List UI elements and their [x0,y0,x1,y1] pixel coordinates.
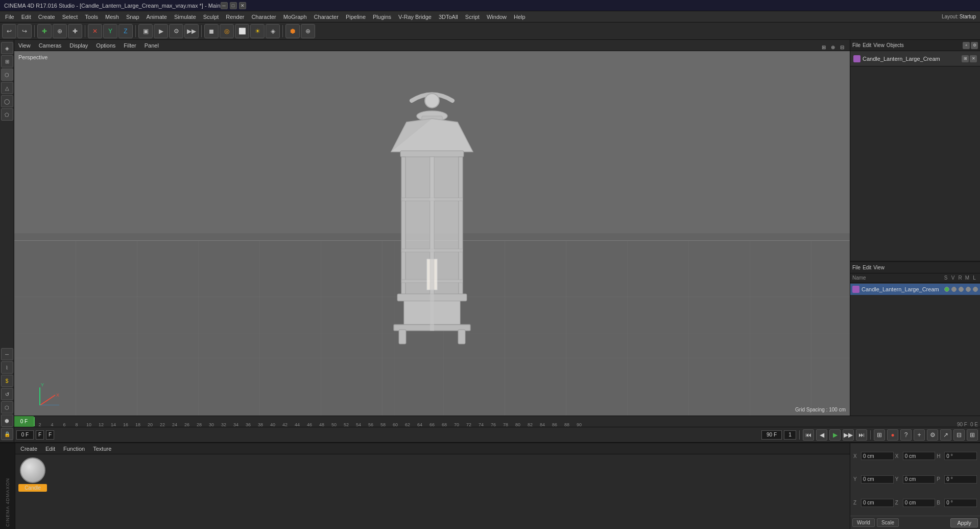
menu-file[interactable]: File [2,13,17,21]
timeline-marker[interactable] [34,417,35,426]
coord-x-value[interactable]: 0 cm [861,452,894,460]
rp-col-l-dot[interactable] [973,287,978,292]
rp-col-r-dot[interactable] [959,287,964,292]
rp-file-menu[interactable]: File [852,42,861,48]
sidebar-mode-6[interactable]: ⬠ [1,108,13,121]
vp-icon-2[interactable]: ⊕ [829,44,836,51]
anim-record-btn[interactable]: ● [887,429,898,441]
rp-col-m-dot[interactable] [966,287,971,292]
axis-z[interactable]: Z [118,24,133,38]
sidebar-mode-9[interactable]: $ [1,375,13,387]
frame-end-input[interactable] [46,430,54,440]
coord-y-value[interactable]: 0 cm [861,475,894,484]
sidebar-mode-4[interactable]: △ [1,82,13,94]
axis-x[interactable]: ✕ [88,24,102,38]
menu-character[interactable]: Character [248,13,279,21]
anim-grid-btn[interactable]: ⊞ [967,429,978,441]
sidebar-mode-3[interactable]: ⬡ [1,68,13,81]
sidebar-mode-8[interactable]: ⌇ [1,361,13,374]
go-end-btn[interactable]: ⏭ [856,429,867,441]
floor-btn[interactable]: ⬜ [235,24,249,38]
redo-button[interactable]: ↪ [17,24,32,38]
menu-select[interactable]: Select [59,13,81,21]
vp-menu-view[interactable]: View [16,41,33,50]
menu-mesh[interactable]: Mesh [102,13,122,21]
rp-header-icon-2[interactable]: ✕ [970,55,977,62]
anim-auto-btn[interactable]: ? [900,429,912,441]
sidebar-mode-1[interactable]: ◈ [1,42,13,54]
vp-menu-display[interactable]: Display [67,41,90,50]
coord-sz-value[interactable]: 0 cm [903,499,936,507]
menu-vray[interactable]: V-Ray Bridge [395,13,435,21]
menu-create[interactable]: Create [35,13,58,21]
rp-col-s-dot[interactable] [944,287,949,292]
move-tool[interactable]: ✚ [68,24,82,38]
vp-menu-panel[interactable]: Panel [142,41,161,50]
new-button[interactable]: ✚ [37,24,52,38]
bt-texture[interactable]: Texture [91,445,113,453]
menu-tools[interactable]: Tools [82,13,101,21]
rp-bottom-view[interactable]: View [873,265,885,270]
anim-lay-btn[interactable]: ⊟ [953,429,965,441]
render-all[interactable]: ▶▶ [184,24,199,38]
rp-icon-2[interactable]: ⚙ [971,42,978,49]
coord-b-value[interactable]: 0 ° [944,499,977,507]
bt-create[interactable]: Create [18,445,39,453]
menu-pipeline[interactable]: Pipeline [343,13,369,21]
window-controls[interactable]: ─ □ ✕ [221,2,246,9]
apply-button[interactable]: Apply [950,518,978,527]
maximize-button[interactable]: □ [230,2,237,9]
sidebar-mode-2[interactable]: ⊞ [1,55,13,67]
play-back-btn[interactable]: ◀ [816,429,827,441]
fps-input[interactable] [784,430,796,440]
scale-mode-btn[interactable]: Scale [877,518,899,527]
timeline[interactable]: 0 F 2 4 6 8 10 12 14 16 18 20 22 24 26 [14,416,980,427]
play-forward-btn[interactable]: ▶▶ [843,429,854,441]
axis-y[interactable]: Y [103,24,117,38]
render-settings[interactable]: ⚙ [169,24,183,38]
play-btn[interactable]: ▶ [829,429,841,441]
rp-col-v-dot[interactable] [951,287,957,292]
anim-curve-btn[interactable]: ↗ [940,429,951,441]
rp-bottom-file[interactable]: File [852,265,861,270]
sidebar-mode-12[interactable]: ⬢ [1,415,13,427]
vp-menu-cameras[interactable]: Cameras [37,41,64,50]
menu-sculpt[interactable]: Sculpt [200,13,222,21]
sidebar-mode-13[interactable]: 🔒 [1,428,13,440]
viewport[interactable]: Perspective Grid Spacing : 100 cm X Y Z [14,51,850,416]
menu-render[interactable]: Render [223,13,247,21]
menu-script[interactable]: Script [462,13,483,21]
menu-mograph[interactable]: MoGraph [280,13,310,21]
coord-sx-value[interactable]: 0 cm [903,452,936,460]
rp-icon-1[interactable]: + [963,42,970,49]
render-region[interactable]: ▣ [138,24,153,38]
menu-3dtoall[interactable]: 3DToAll [436,13,461,21]
coord-sy-value[interactable]: 0 cm [903,475,936,484]
menu-simulate[interactable]: Simulate [171,13,199,21]
material-candle[interactable]: Candle [18,457,47,492]
coord-p-value[interactable]: 0 ° [944,475,977,484]
anim-mode-btn[interactable]: ⊞ [874,429,885,441]
menu-help[interactable]: Help [511,13,529,21]
vp-icon-1[interactable]: ⊞ [820,44,827,51]
menu-animate[interactable]: Animate [144,13,170,21]
vp-icon-3[interactable]: ⊟ [839,44,846,51]
vp-menu-options[interactable]: Options [94,41,117,50]
rp-view-menu[interactable]: View [873,42,885,48]
anim-param-btn[interactable]: ⚙ [927,429,938,441]
undo-button[interactable]: ↩ [2,24,16,38]
rp-header-icon-1[interactable]: ⊞ [962,55,969,62]
bt-function[interactable]: Function [61,445,87,453]
go-start-btn[interactable]: ⏮ [803,429,814,441]
boole-btn[interactable]: ⬢ [285,24,300,38]
sidebar-mode-11[interactable]: ⬡ [1,401,13,413]
menu-window[interactable]: Window [484,13,510,21]
menu-snap[interactable]: Snap [123,13,142,21]
coord-z-value[interactable]: 0 cm [861,499,894,507]
cube-btn[interactable]: ◼ [204,24,219,38]
rp-bottom-edit[interactable]: Edit [863,265,871,270]
menu-character2[interactable]: Character [311,13,342,21]
close-button[interactable]: ✕ [239,2,246,9]
world-mode-btn[interactable]: World [852,518,875,527]
minimize-button[interactable]: ─ [221,2,228,9]
